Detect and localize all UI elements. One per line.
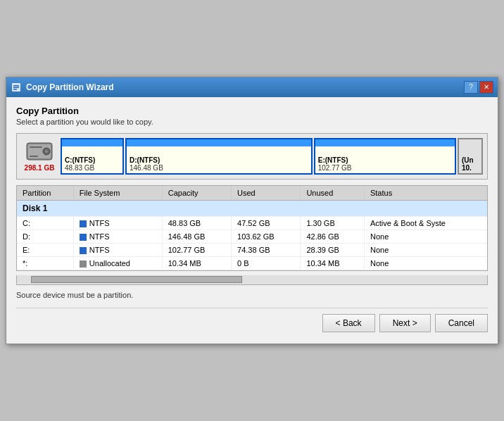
- cell-status: None: [364, 230, 487, 243]
- svg-rect-8: [30, 156, 38, 157]
- ntfs-icon: [80, 234, 87, 241]
- part-c-label: C:(NTFS): [65, 156, 120, 164]
- part-e-size: 102.77 GB: [318, 164, 452, 172]
- col-capacity: Capacity: [162, 186, 231, 201]
- cancel-button[interactable]: Cancel: [435, 314, 488, 332]
- hard-disk-icon: [25, 140, 53, 163]
- cell-fs: NTFS: [73, 230, 162, 243]
- partition-table: Partition File System Capacity Used Unus…: [17, 186, 487, 270]
- part-d-label: D:(NTFS): [130, 156, 308, 164]
- page-subtitle: Select a partition you would like to cop…: [16, 118, 488, 126]
- scrollbar-thumb[interactable]: [31, 276, 242, 283]
- cell-fs: NTFS: [73, 244, 162, 257]
- disk-group-row: Disk 1: [17, 200, 487, 216]
- partition-unalloc-segment[interactable]: (Un10.: [458, 138, 483, 175]
- partition-c-segment[interactable]: C:(NTFS) 48.83 GB: [61, 138, 124, 175]
- footer-buttons: < Back Next > Cancel: [16, 308, 488, 335]
- cell-unused: 28.39 GB: [301, 244, 365, 257]
- cell-status: None: [364, 244, 487, 257]
- title-bar-buttons: ? ✕: [464, 81, 493, 94]
- cell-unused: 42.86 GB: [301, 230, 365, 243]
- svg-rect-9: [30, 146, 42, 148]
- close-button[interactable]: ✕: [479, 81, 493, 94]
- cell-fs: NTFS: [73, 216, 162, 230]
- table-row[interactable]: E: NTFS 102.77 GB 74.38 GB 28.39 GB None: [17, 244, 487, 257]
- page-title: Copy Partition: [16, 106, 488, 116]
- disk-icon-area: 298.1 GB: [21, 138, 58, 175]
- svg-point-7: [45, 150, 48, 153]
- part-d-top-bar: [127, 139, 311, 146]
- cell-partition: E:: [17, 244, 73, 257]
- col-filesystem: File System: [73, 186, 162, 201]
- table-row[interactable]: D: NTFS 146.48 GB 103.62 GB 42.86 GB Non…: [17, 230, 487, 243]
- title-bar: Copy Partition Wizard ? ✕: [6, 77, 498, 97]
- part-e-top-bar: [315, 139, 455, 146]
- part-e-label: E:(NTFS): [318, 156, 452, 164]
- status-bar: Source device must be a partition.: [16, 289, 488, 301]
- cell-partition: C:: [17, 216, 73, 230]
- part-c-size: 48.83 GB: [65, 164, 120, 172]
- cell-used: 74.38 GB: [232, 244, 301, 257]
- partition-e-segment[interactable]: E:(NTFS) 102.77 GB: [314, 138, 456, 175]
- cell-partition: D:: [17, 230, 73, 243]
- cell-status: Active & Boot & Syste: [364, 216, 487, 230]
- unalloc-icon: [80, 260, 87, 268]
- partition-d-segment[interactable]: D:(NTFS) 146.48 GB: [125, 138, 313, 175]
- cell-capacity: 146.48 GB: [162, 230, 231, 243]
- back-button[interactable]: < Back: [322, 314, 375, 332]
- wizard-icon: [11, 82, 22, 93]
- content-area: Copy Partition Select a partition you wo…: [6, 97, 498, 344]
- part-d-size: 146.48 GB: [130, 164, 308, 172]
- main-window: Copy Partition Wizard ? ✕ Copy Partition…: [6, 77, 498, 344]
- cell-used: 47.52 GB: [232, 216, 301, 230]
- table-row[interactable]: C: NTFS 48.83 GB 47.52 GB 1.30 GB Active…: [17, 216, 487, 230]
- status-message: Source device must be a partition.: [16, 291, 133, 299]
- part-unalloc-label: (Un10.: [462, 156, 479, 172]
- partition-table-container[interactable]: Partition File System Capacity Used Unus…: [16, 185, 488, 271]
- cell-capacity: 102.77 GB: [162, 244, 231, 257]
- cell-unused: 1.30 GB: [301, 216, 365, 230]
- disk-size-label: 298.1 GB: [25, 164, 55, 172]
- cell-used: 103.62 GB: [232, 230, 301, 243]
- window-title: Copy Partition Wizard: [26, 82, 114, 92]
- col-status: Status: [364, 186, 487, 201]
- part-c-top-bar: [62, 139, 122, 146]
- cell-fs: Unallocated: [73, 257, 162, 270]
- ntfs-icon: [80, 247, 87, 254]
- col-unused: Unused: [301, 186, 365, 201]
- table-header-row: Partition File System Capacity Used Unus…: [17, 186, 487, 201]
- cell-capacity: 48.83 GB: [162, 216, 231, 230]
- col-partition: Partition: [17, 186, 73, 201]
- cell-status: None: [364, 257, 487, 270]
- cell-partition: *:: [17, 257, 73, 270]
- horizontal-scrollbar[interactable]: [16, 275, 488, 285]
- table-row[interactable]: *: Unallocated 10.34 MB 0 B 10.34 MB Non…: [17, 257, 487, 270]
- cell-capacity: 10.34 MB: [162, 257, 231, 270]
- svg-rect-1: [13, 85, 19, 87]
- ntfs-icon: [80, 220, 87, 227]
- cell-unused: 10.34 MB: [301, 257, 365, 270]
- cell-used: 0 B: [232, 257, 301, 270]
- disk-visual: 298.1 GB C:(NTFS) 48.83 GB D:(NTFS) 146.…: [16, 133, 488, 180]
- disk-group-label: Disk 1: [17, 200, 487, 216]
- col-used: Used: [232, 186, 301, 201]
- partition-bar-container: C:(NTFS) 48.83 GB D:(NTFS) 146.48 GB E:(…: [61, 138, 483, 175]
- svg-rect-2: [13, 87, 19, 88]
- svg-rect-3: [13, 89, 17, 90]
- help-button[interactable]: ?: [464, 81, 478, 94]
- next-button[interactable]: Next >: [379, 314, 431, 332]
- title-bar-left: Copy Partition Wizard: [11, 82, 114, 93]
